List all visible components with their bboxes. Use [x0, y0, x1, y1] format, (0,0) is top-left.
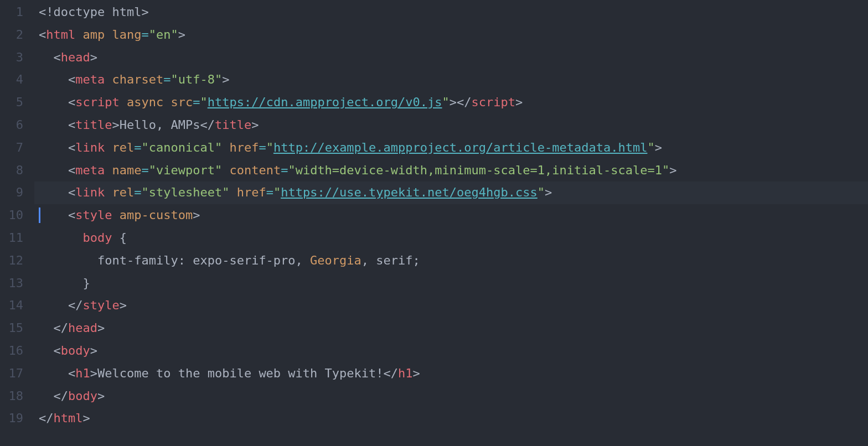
op: =: [141, 28, 148, 42]
text-cursor: [39, 208, 40, 223]
comma: ,: [296, 253, 303, 267]
punct: <: [68, 208, 75, 222]
punct: <: [68, 185, 75, 199]
code-line[interactable]: </head>: [34, 317, 868, 340]
space: [163, 95, 170, 109]
str: ": [149, 163, 156, 177]
code-line[interactable]: </style>: [34, 294, 868, 317]
line-number: 3: [0, 46, 23, 69]
punct: >: [251, 118, 259, 132]
code-line[interactable]: <!doctype html>: [34, 1, 868, 24]
tag: head: [68, 321, 97, 335]
tag: style: [75, 208, 112, 222]
op: =: [266, 185, 273, 199]
indent: [39, 276, 82, 290]
punct: <: [68, 95, 75, 109]
line-number: 14: [0, 294, 23, 317]
str: utf-8: [178, 72, 215, 86]
str: ": [288, 163, 295, 177]
code-line[interactable]: </html>: [34, 407, 868, 430]
indent: [39, 185, 68, 199]
code-line[interactable]: <script async src="https://cdn.ampprojec…: [34, 91, 868, 114]
line-number: 7: [0, 137, 23, 159]
punct: >: [97, 389, 105, 403]
attr: async: [127, 95, 163, 109]
attr: lang: [112, 28, 141, 42]
code-line[interactable]: body {: [34, 227, 868, 250]
op: =: [163, 72, 170, 86]
url[interactable]: https://use.typekit.net/oeg4hgb.css: [281, 185, 538, 199]
tag: meta: [75, 72, 105, 86]
punct: >: [112, 118, 119, 132]
line-number: 12: [0, 250, 23, 272]
code-line[interactable]: <head>: [34, 46, 868, 69]
url[interactable]: https://cdn.ampproject.org/v0.js: [208, 95, 442, 109]
punct: >: [669, 163, 676, 177]
tag: h1: [75, 366, 90, 380]
code-area[interactable]: <!doctype html> <html amp lang="en"> <he…: [34, 1, 868, 446]
punct: >: [90, 50, 97, 64]
punct: >: [413, 366, 420, 380]
str: stylesheet: [149, 185, 222, 199]
selector: body: [82, 231, 112, 245]
space: [229, 185, 236, 199]
punct: </: [54, 389, 69, 403]
punct: </: [200, 118, 215, 132]
tag: html: [54, 411, 83, 425]
punct: >: [222, 72, 229, 86]
code-line[interactable]: <meta charset="utf-8">: [34, 69, 868, 91]
punct: >: [90, 344, 97, 357]
tag: style: [82, 298, 119, 312]
url[interactable]: http://example.ampproject.org/article-me…: [273, 141, 648, 154]
op: =: [141, 163, 148, 177]
str: ": [170, 72, 178, 86]
str: ": [215, 141, 222, 154]
code-line[interactable]: <meta name="viewport" content="width=dev…: [34, 159, 868, 182]
punct: >: [450, 95, 457, 109]
css-val: expo-serif-pro: [193, 253, 295, 267]
indent: [39, 118, 68, 132]
punct: </: [68, 298, 83, 312]
punct: <: [68, 118, 75, 132]
tag: script: [75, 95, 119, 109]
op: =: [134, 141, 141, 154]
punct: <!: [39, 5, 54, 19]
code-line[interactable]: <h1>Welcome to the mobile web with Typek…: [34, 362, 868, 385]
tag: body: [68, 389, 97, 403]
code-line[interactable]: <title>Hello, AMPs</title>: [34, 114, 868, 137]
str: ": [149, 28, 156, 42]
punct: >: [120, 298, 127, 312]
css-prop: font-family: [97, 253, 178, 267]
space: [105, 141, 112, 154]
str: ": [442, 95, 450, 109]
space: [120, 95, 127, 109]
str: ": [266, 141, 273, 154]
line-number: 2: [0, 24, 23, 46]
code-line[interactable]: <link rel="canonical" href="http://examp…: [34, 137, 868, 159]
str: en: [156, 28, 171, 42]
punct: >: [90, 366, 97, 380]
space: [105, 163, 112, 177]
punct: </: [457, 95, 472, 109]
code-line[interactable]: <style amp-custom>: [34, 204, 868, 227]
line-number: 10: [0, 204, 23, 227]
code-line[interactable]: <body>: [34, 340, 868, 362]
str: ": [662, 163, 669, 177]
indent: [39, 95, 68, 109]
code-line[interactable]: </body>: [34, 385, 868, 408]
line-number: 9: [0, 181, 23, 204]
indent: [39, 163, 68, 177]
space: [105, 28, 112, 42]
punct: </: [384, 366, 399, 380]
tag: h1: [398, 366, 413, 380]
code-editor[interactable]: 1 2 3 4 5 6 7 8 9 10 11 12 13 14 15 16 1…: [0, 0, 868, 446]
op: =: [193, 95, 200, 109]
brace: }: [82, 276, 90, 290]
code-line[interactable]: <html amp lang="en">: [34, 24, 868, 46]
attr: amp: [82, 28, 105, 42]
line-number-gutter: 1 2 3 4 5 6 7 8 9 10 11 12 13 14 15 16 1…: [0, 1, 34, 446]
code-line-highlighted[interactable]: <link rel="stylesheet" href="https://use…: [34, 181, 868, 204]
code-line[interactable]: font-family: expo-serif-pro, Georgia, se…: [34, 250, 868, 272]
code-line[interactable]: }: [34, 272, 868, 295]
doctype: doctype html: [54, 5, 142, 19]
